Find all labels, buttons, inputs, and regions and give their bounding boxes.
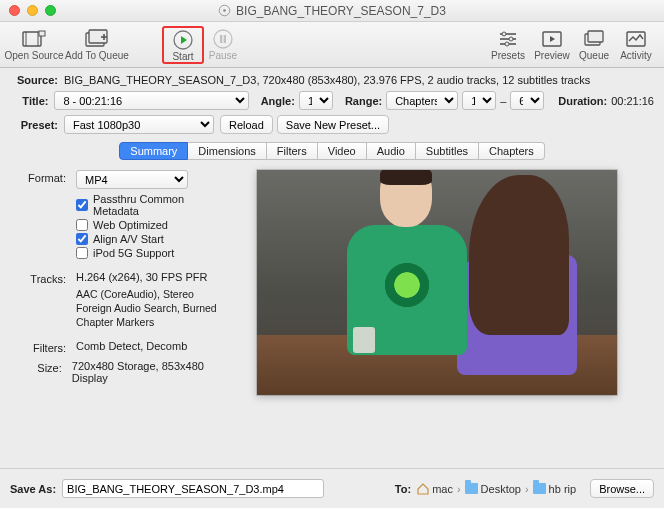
- check-ipod[interactable]: iPod 5G Support: [76, 247, 228, 259]
- check-align-box[interactable]: [76, 233, 88, 245]
- save-as-input[interactable]: [62, 479, 324, 498]
- size-label: Size:: [18, 360, 62, 384]
- svg-rect-13: [220, 35, 222, 43]
- pause-icon: [210, 28, 236, 50]
- destination-path[interactable]: mac › Desktop › hb rip: [417, 483, 576, 495]
- tab-audio[interactable]: Audio: [367, 142, 416, 160]
- main-toolbar: Open Source Add To Queue Start Pause Pre…: [0, 22, 664, 68]
- tab-filters[interactable]: Filters: [267, 142, 318, 160]
- tab-dimensions[interactable]: Dimensions: [188, 142, 266, 160]
- svg-marker-11: [181, 36, 187, 44]
- pause-button: Pause: [204, 28, 242, 61]
- start-button-highlight: Start: [162, 26, 204, 64]
- tabs-segment: Summary Dimensions Filters Video Audio S…: [10, 142, 654, 160]
- svg-rect-14: [224, 35, 226, 43]
- range-to-select[interactable]: 6: [510, 91, 544, 110]
- check-web[interactable]: Web Optimized: [76, 219, 228, 231]
- title-select[interactable]: 8 - 00:21:16: [54, 91, 248, 110]
- check-passthru[interactable]: Passthru Common Metadata: [76, 193, 228, 217]
- range-type-select[interactable]: Chapters: [386, 91, 458, 110]
- tracks-line-1: AAC (CoreAudio), Stereo: [76, 287, 228, 301]
- add-to-queue-label: Add To Queue: [65, 50, 129, 61]
- source-label: Source:: [10, 74, 58, 86]
- chevron-right-icon: ›: [525, 483, 529, 495]
- folder-icon: [465, 483, 478, 494]
- queue-add-icon: [84, 28, 110, 50]
- tab-video[interactable]: Video: [318, 142, 367, 160]
- format-select[interactable]: MP4: [76, 170, 188, 189]
- svg-rect-5: [39, 31, 45, 36]
- presets-label: Presets: [491, 50, 525, 61]
- queue-label: Queue: [579, 50, 609, 61]
- tab-summary[interactable]: Summary: [119, 142, 188, 160]
- size-value: 720x480 Storage, 853x480 Display: [72, 360, 228, 384]
- range-from-select[interactable]: 1: [462, 91, 496, 110]
- preview-button[interactable]: Preview: [530, 28, 574, 61]
- tracks-line-0: H.264 (x264), 30 FPS PFR: [76, 271, 207, 285]
- check-passthru-box[interactable]: [76, 199, 88, 211]
- svg-rect-24: [588, 31, 603, 42]
- svg-point-12: [214, 30, 232, 48]
- filters-label: Filters:: [18, 340, 66, 354]
- queue-button[interactable]: Queue: [574, 28, 614, 61]
- activity-label: Activity: [620, 50, 652, 61]
- open-source-button[interactable]: Open Source: [6, 28, 62, 61]
- home-icon: [417, 483, 429, 495]
- tracks-label: Tracks:: [18, 271, 66, 285]
- pause-label: Pause: [209, 50, 237, 61]
- svg-point-18: [509, 37, 513, 41]
- activity-icon: [623, 28, 649, 50]
- range-label: Range:: [345, 95, 382, 107]
- preview-image: [257, 170, 617, 395]
- tab-subtitles[interactable]: Subtitles: [416, 142, 479, 160]
- title-label: Title:: [10, 95, 48, 107]
- preview-icon: [539, 28, 565, 50]
- check-align[interactable]: Align A/V Start: [76, 233, 228, 245]
- to-label: To:: [395, 483, 411, 495]
- angle-select[interactable]: 1: [299, 91, 333, 110]
- window-title-text: BIG_BANG_THEORY_SEASON_7_D3: [236, 4, 446, 18]
- window-titlebar: BIG_BANG_THEORY_SEASON_7_D3: [0, 0, 664, 22]
- preset-label: Preset:: [10, 119, 58, 131]
- queue-icon: [581, 28, 607, 50]
- play-icon: [170, 29, 196, 51]
- angle-label: Angle:: [261, 95, 295, 107]
- sliders-icon: [495, 28, 521, 50]
- reload-button[interactable]: Reload: [220, 115, 273, 134]
- filters-value: Comb Detect, Decomb: [76, 340, 187, 354]
- tracks-line-2: Foreign Audio Search, Burned: [76, 301, 228, 315]
- svg-point-1: [223, 9, 226, 12]
- svg-point-16: [502, 32, 506, 36]
- tab-chapters[interactable]: Chapters: [479, 142, 545, 160]
- disc-icon: [218, 4, 231, 17]
- source-value: BIG_BANG_THEORY_SEASON_7_D3, 720x480 (85…: [64, 74, 590, 86]
- preview-label: Preview: [534, 50, 570, 61]
- svg-point-20: [505, 42, 509, 46]
- range-sep: –: [500, 95, 506, 107]
- folder-icon: [533, 483, 546, 494]
- film-open-icon: [21, 28, 47, 50]
- chevron-right-icon: ›: [457, 483, 461, 495]
- window-title: BIG_BANG_THEORY_SEASON_7_D3: [0, 4, 664, 18]
- start-button[interactable]: Start: [166, 29, 200, 62]
- duration-label: Duration:: [558, 95, 607, 107]
- check-web-box[interactable]: [76, 219, 88, 231]
- tracks-line-3: Chapter Markers: [76, 315, 228, 329]
- add-to-queue-button[interactable]: Add To Queue: [62, 28, 132, 61]
- save-as-label: Save As:: [10, 483, 56, 495]
- start-label: Start: [172, 51, 193, 62]
- format-label: Format:: [18, 170, 66, 189]
- preset-select[interactable]: Fast 1080p30: [64, 115, 214, 134]
- open-source-label: Open Source: [5, 50, 64, 61]
- duration-value: 00:21:16: [611, 95, 654, 107]
- check-ipod-box[interactable]: [76, 247, 88, 259]
- svg-marker-22: [550, 36, 555, 42]
- presets-button[interactable]: Presets: [486, 28, 530, 61]
- save-new-preset-button[interactable]: Save New Preset...: [277, 115, 389, 134]
- activity-button[interactable]: Activity: [614, 28, 658, 61]
- browse-button[interactable]: Browse...: [590, 479, 654, 498]
